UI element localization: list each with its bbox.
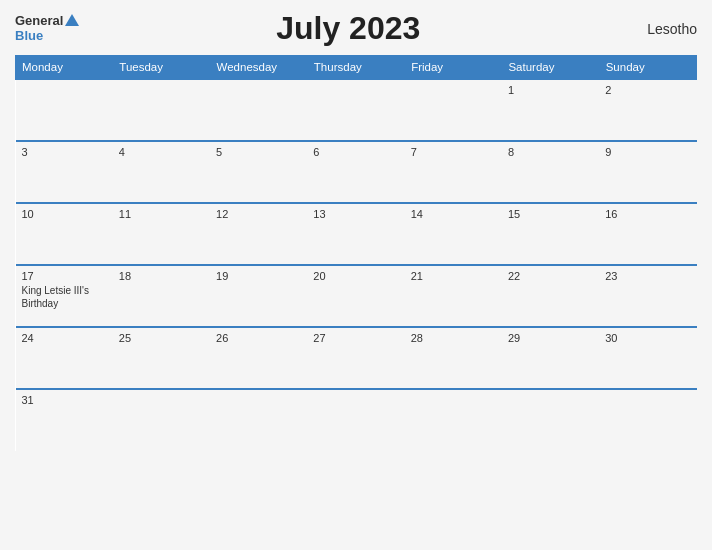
calendar-week-4: 17King Letsie III's Birthday181920212223 [16, 265, 697, 327]
calendar-cell: 30 [599, 327, 696, 389]
calendar-cell: 22 [502, 265, 599, 327]
month-title: July 2023 [79, 10, 617, 47]
day-number: 25 [119, 332, 204, 344]
calendar-cell [113, 79, 210, 141]
day-number: 24 [22, 332, 107, 344]
calendar-cell [210, 79, 307, 141]
calendar-week-6: 31 [16, 389, 697, 451]
day-number: 11 [119, 208, 204, 220]
calendar-table: MondayTuesdayWednesdayThursdayFridaySatu… [15, 55, 697, 451]
day-number: 8 [508, 146, 593, 158]
logo-blue-text: Blue [15, 29, 79, 43]
calendar-cell: 19 [210, 265, 307, 327]
day-number: 21 [411, 270, 496, 282]
calendar-cell [113, 389, 210, 451]
calendar-cell: 12 [210, 203, 307, 265]
day-number: 17 [22, 270, 107, 282]
calendar-cell: 13 [307, 203, 404, 265]
calendar-cell: 28 [405, 327, 502, 389]
day-number: 23 [605, 270, 690, 282]
day-number: 20 [313, 270, 398, 282]
calendar-cell: 29 [502, 327, 599, 389]
calendar-cell: 17King Letsie III's Birthday [16, 265, 113, 327]
calendar-page: { "header": { "title": "July 2023", "cou… [0, 0, 712, 550]
calendar-cell: 16 [599, 203, 696, 265]
calendar-cell: 11 [113, 203, 210, 265]
col-header-monday: Monday [16, 56, 113, 80]
col-header-tuesday: Tuesday [113, 56, 210, 80]
day-number: 12 [216, 208, 301, 220]
day-number: 5 [216, 146, 301, 158]
calendar-week-3: 10111213141516 [16, 203, 697, 265]
calendar-cell [599, 389, 696, 451]
calendar-cell: 25 [113, 327, 210, 389]
event-label: King Letsie III's Birthday [22, 285, 90, 309]
calendar-cell [307, 79, 404, 141]
col-header-saturday: Saturday [502, 56, 599, 80]
calendar-cell: 7 [405, 141, 502, 203]
day-number: 18 [119, 270, 204, 282]
logo-triangle-icon [65, 14, 79, 26]
col-header-thursday: Thursday [307, 56, 404, 80]
calendar-cell: 15 [502, 203, 599, 265]
day-number: 1 [508, 84, 593, 96]
calendar-cell: 2 [599, 79, 696, 141]
day-number: 14 [411, 208, 496, 220]
page-header: General Blue July 2023 Lesotho [15, 10, 697, 47]
logo: General Blue [15, 14, 79, 43]
day-number: 26 [216, 332, 301, 344]
calendar-cell: 10 [16, 203, 113, 265]
calendar-cell: 24 [16, 327, 113, 389]
calendar-week-2: 3456789 [16, 141, 697, 203]
day-number: 6 [313, 146, 398, 158]
calendar-cell: 31 [16, 389, 113, 451]
day-number: 15 [508, 208, 593, 220]
calendar-cell: 1 [502, 79, 599, 141]
calendar-cell: 9 [599, 141, 696, 203]
day-number: 29 [508, 332, 593, 344]
calendar-cell: 3 [16, 141, 113, 203]
day-number: 22 [508, 270, 593, 282]
calendar-cell: 4 [113, 141, 210, 203]
logo-general-text: General [15, 14, 63, 28]
day-number: 10 [22, 208, 107, 220]
calendar-cell: 26 [210, 327, 307, 389]
day-number: 19 [216, 270, 301, 282]
calendar-week-5: 24252627282930 [16, 327, 697, 389]
calendar-week-1: 12 [16, 79, 697, 141]
day-number: 3 [22, 146, 107, 158]
day-number: 4 [119, 146, 204, 158]
calendar-cell [307, 389, 404, 451]
col-header-wednesday: Wednesday [210, 56, 307, 80]
calendar-cell: 23 [599, 265, 696, 327]
day-number: 27 [313, 332, 398, 344]
calendar-cell: 21 [405, 265, 502, 327]
day-number: 31 [22, 394, 107, 406]
calendar-cell: 8 [502, 141, 599, 203]
calendar-cell [16, 79, 113, 141]
calendar-header-row: MondayTuesdayWednesdayThursdayFridaySatu… [16, 56, 697, 80]
day-number: 9 [605, 146, 690, 158]
calendar-cell: 27 [307, 327, 404, 389]
day-number: 13 [313, 208, 398, 220]
calendar-cell [405, 389, 502, 451]
day-number: 30 [605, 332, 690, 344]
calendar-cell: 14 [405, 203, 502, 265]
col-header-friday: Friday [405, 56, 502, 80]
calendar-cell [405, 79, 502, 141]
col-header-sunday: Sunday [599, 56, 696, 80]
day-number: 16 [605, 208, 690, 220]
calendar-cell [502, 389, 599, 451]
day-number: 2 [605, 84, 690, 96]
calendar-cell: 20 [307, 265, 404, 327]
country-label: Lesotho [617, 21, 697, 37]
calendar-cell: 5 [210, 141, 307, 203]
calendar-cell: 18 [113, 265, 210, 327]
calendar-cell [210, 389, 307, 451]
calendar-cell: 6 [307, 141, 404, 203]
day-number: 7 [411, 146, 496, 158]
day-number: 28 [411, 332, 496, 344]
